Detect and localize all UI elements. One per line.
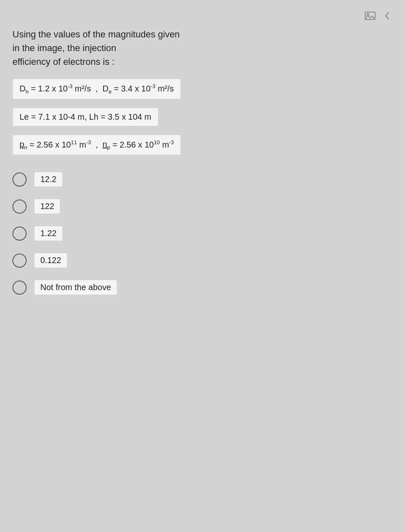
- option-4-label: 0.122: [34, 253, 67, 268]
- diffusion-coefficients-card: Dh = 1.2 x 10-3 m²/s , De = 3.4 x 10-3 m…: [12, 79, 181, 99]
- radio-option-2[interactable]: [12, 200, 27, 214]
- np-label: np: [102, 140, 110, 149]
- back-icon[interactable]: [378, 8, 393, 23]
- radio-option-1[interactable]: [12, 172, 27, 187]
- radio-option-3[interactable]: [12, 227, 27, 241]
- option-2[interactable]: 122: [12, 199, 393, 214]
- le-value: Le = 7.1 x 10-4 m, Lh = 3.5 x 104 m: [20, 112, 151, 121]
- question-text: Using the values of the magnitudes given…: [12, 27, 393, 69]
- option-1[interactable]: 12.2: [12, 172, 393, 187]
- option-2-label: 122: [34, 199, 60, 214]
- diffusion-lengths-card: Le = 7.1 x 10-4 m, Lh = 3.5 x 104 m: [12, 108, 158, 126]
- svg-point-1: [367, 14, 369, 16]
- option-4[interactable]: 0.122: [12, 253, 393, 268]
- options-container: 12.2 122 1.22 0.122 Not from the above: [12, 172, 393, 295]
- svg-rect-0: [365, 12, 375, 20]
- option-1-label: 12.2: [34, 172, 63, 187]
- carrier-concentrations-card: pn = 2.56 x 1011 m-3 , np = 2.56 x 1010 …: [12, 135, 181, 155]
- pn-label: pn: [20, 140, 27, 149]
- image-icon[interactable]: [363, 8, 378, 23]
- option-5-label: Not from the above: [34, 280, 117, 295]
- option-5[interactable]: Not from the above: [12, 280, 393, 295]
- radio-option-4[interactable]: [12, 254, 27, 268]
- radio-option-5[interactable]: [12, 281, 27, 295]
- option-3-label: 1.22: [34, 226, 63, 241]
- option-3[interactable]: 1.22: [12, 226, 393, 241]
